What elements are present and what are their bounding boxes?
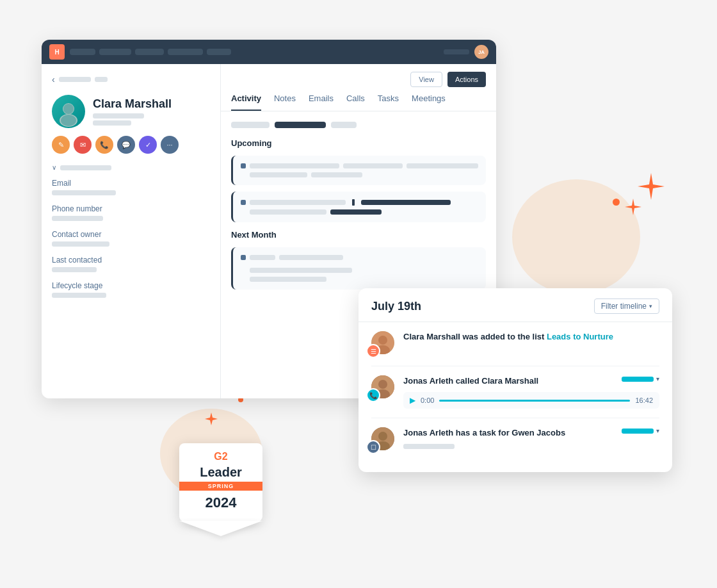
audio-progress-track[interactable] [439, 400, 630, 402]
decorative-blob-top [512, 179, 640, 295]
svg-marker-1 [625, 199, 641, 215]
phone-button[interactable]: 📞 [95, 136, 113, 154]
contact-avatar [52, 95, 85, 128]
filter-pill-1 [231, 122, 270, 128]
nav-line [444, 49, 469, 54]
nav-right: JA [444, 45, 488, 59]
tab-tasks[interactable]: Tasks [378, 94, 399, 111]
timeline-title-1: Clara Marshall was added to the list Lea… [403, 331, 659, 343]
tab-activity[interactable]: Activity [231, 94, 261, 111]
timeline-title-3: Jonas Arleth has a task for Gwen Jacobs [403, 427, 565, 439]
prop-email-value [52, 190, 116, 195]
svg-point-8 [378, 336, 387, 345]
nav-pill-3 [135, 49, 164, 55]
back-button[interactable]: ‹ [52, 74, 210, 85]
activity-bar-1 [250, 163, 339, 168]
play-button[interactable]: ▶ [410, 396, 415, 405]
timeline-header: July 19th Filter timeline ▾ [358, 288, 672, 322]
activity-card-1 [231, 156, 486, 185]
avatar-wrap-2: 📞 [371, 375, 394, 401]
filter-pill-2 [331, 122, 357, 128]
prop-lifecycle-value [52, 293, 106, 298]
task-button[interactable]: ✓ [139, 136, 157, 154]
time-end: 16:42 [635, 396, 653, 404]
filter-timeline-button[interactable]: Filter timeline ▾ [594, 298, 659, 314]
action-buttons: ✎ ✉ 📞 💬 ✓ ··· [52, 136, 210, 154]
activity-bar-4 [250, 172, 307, 177]
activity-bar-dark-1 [361, 200, 451, 205]
timeline-content-1: Clara Marshall was added to the list Lea… [403, 331, 659, 357]
audio-player: ▶ 0:00 16:42 [403, 392, 659, 409]
sparkle-small2 [205, 412, 218, 428]
chat-button[interactable]: 💬 [117, 136, 135, 154]
nav-pill-2 [99, 49, 131, 55]
crm-main-header: View Actions Activity Notes Emails Calls… [221, 64, 496, 111]
activity-dot [241, 163, 246, 168]
prop-phone-value [52, 216, 103, 221]
user-avatar[interactable]: JA [474, 45, 488, 59]
nav-pills [70, 49, 439, 55]
task-meta-bar [403, 444, 455, 449]
top-action-buttons: View Actions [231, 72, 486, 87]
svg-point-6 [61, 115, 76, 126]
tab-notes[interactable]: Notes [274, 94, 296, 111]
actions-button[interactable]: Actions [447, 72, 486, 87]
timeline-content-3: Jonas Arleth has a task for Gwen Jacobs … [403, 427, 659, 453]
prop-owner-value [52, 241, 109, 247]
prop-email-label: Email [52, 179, 210, 188]
list-link[interactable]: Leads to Nurture [547, 332, 613, 341]
svg-marker-0 [638, 173, 665, 200]
svg-point-14 [378, 432, 387, 441]
filter-timeline-label: Filter timeline [601, 302, 647, 311]
upcoming-heading: Upcoming [231, 138, 486, 148]
g2-season: SPRING [179, 482, 262, 491]
timeline-icon-col-2: 📞 [371, 375, 394, 409]
email-button[interactable]: ✉ [74, 136, 92, 154]
contact-company-bar [93, 113, 144, 118]
chevron-down-icon: ∨ [52, 164, 56, 171]
tab-calls[interactable]: Calls [346, 94, 365, 111]
prop-phone: Phone number [52, 204, 210, 221]
next-month-heading: Next Month [231, 230, 486, 240]
tab-emails[interactable]: Emails [309, 94, 334, 111]
timeline-item-list-add: ☰ Clara Marshall was added to the list L… [371, 322, 659, 366]
sparkle-small [625, 199, 641, 218]
more-button[interactable]: ··· [161, 136, 179, 154]
prop-email: Email [52, 179, 210, 195]
tab-meetings[interactable]: Meetings [412, 94, 446, 111]
timeline-icon-col-3: ☐ [371, 427, 394, 453]
prop-last-contacted: Last contacted [52, 256, 210, 272]
avatar-wrap-1: ☰ [371, 331, 394, 357]
prop-last-contacted-value [52, 267, 97, 272]
timeline-items: ☰ Clara Marshall was added to the list L… [358, 322, 672, 462]
divider-bar [352, 199, 355, 206]
view-button[interactable]: View [410, 72, 442, 87]
call-dropdown-icon[interactable]: ▾ [656, 375, 659, 382]
timeline-content-2: Jonas Arleth called Clara Marshall ▾ ▶ 0… [403, 375, 659, 409]
filter-bar [231, 122, 486, 128]
activity-bar-10 [250, 268, 352, 273]
section-toggle[interactable]: ∨ [52, 164, 210, 171]
task-icon-badge: ☐ [366, 440, 380, 454]
activity-bar-5 [311, 172, 362, 177]
back-sub-bar [95, 77, 108, 82]
activity-bar-8 [250, 255, 275, 260]
activity-bar-3 [407, 163, 478, 168]
edit-button[interactable]: ✎ [52, 136, 70, 154]
task-dropdown-icon[interactable]: ▾ [656, 427, 659, 434]
g2-shield: G2 Leader SPRING 2024 [179, 443, 262, 521]
hubspot-logo: H [49, 44, 65, 60]
activity-bar-2 [343, 163, 403, 168]
activity-bar-6 [250, 200, 346, 205]
svg-point-5 [63, 104, 74, 114]
svg-marker-2 [205, 412, 218, 425]
contact-title-bar [93, 120, 131, 126]
prop-owner: Contact owner [52, 230, 210, 247]
contact-sidebar: ‹ Clara Marshall [42, 64, 221, 398]
g2-year: 2024 [189, 494, 252, 511]
g2-badge: G2 Leader SPRING 2024 [179, 443, 262, 537]
section-label [60, 165, 111, 170]
activity-bar-7 [250, 209, 326, 215]
task-status-bar [622, 429, 654, 434]
prop-lifecycle-label: Lifecycle stage [52, 281, 210, 290]
